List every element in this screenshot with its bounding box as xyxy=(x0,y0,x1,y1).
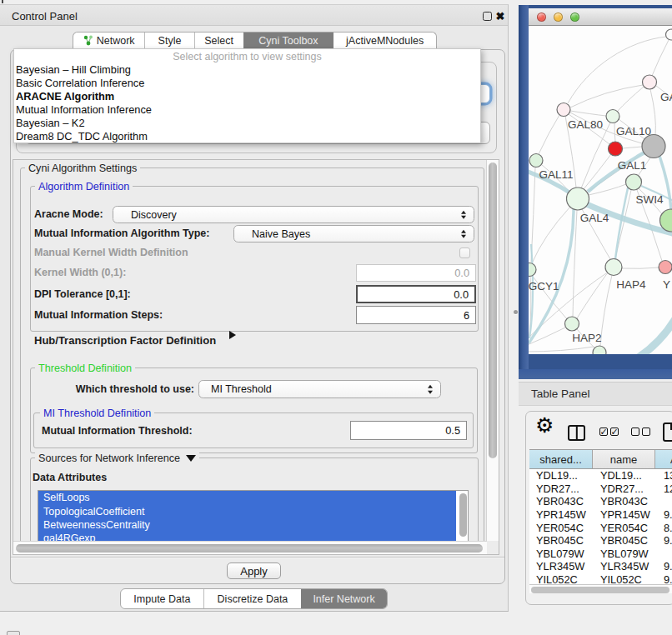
manual-kernel-checkbox[interactable] xyxy=(459,248,470,258)
minimize-traffic-light[interactable] xyxy=(554,12,563,22)
attribute-item-betweennesscentrality[interactable]: BetweennessCentrality xyxy=(38,518,456,532)
network-edge[interactable] xyxy=(539,115,559,154)
tab-discretize-data[interactable]: Discretize Data xyxy=(203,589,301,608)
table-scrollbar-thumb[interactable] xyxy=(531,587,669,593)
mi-type-combobox[interactable]: Naive Bayes xyxy=(233,225,474,242)
table-horizontal-scrollbar[interactable] xyxy=(529,584,672,593)
table-panel-titlebar[interactable]: Table Panel xyxy=(519,382,672,406)
attribute-item-topologicalcoefficient[interactable]: TopologicalCoefficient xyxy=(38,504,456,518)
dropdown-item-bayesian-hill-climbing[interactable]: Bayesian – Hill Climbing xyxy=(16,62,474,76)
tab-select[interactable]: Select xyxy=(194,32,243,49)
dropdown-item-mutual-information-inference[interactable]: Mutual Information Inference xyxy=(16,102,474,116)
network-edge[interactable] xyxy=(532,207,570,263)
network-node[interactable] xyxy=(565,317,579,331)
dropdown-item-dream8-dc-tdc-algorithm[interactable]: Dream8 DC_TDC Algorithm xyxy=(16,129,474,142)
file-icon[interactable] xyxy=(663,422,672,442)
mi-threshold-field[interactable]: 0.5 xyxy=(350,421,467,440)
network-window-titlebar[interactable] xyxy=(529,8,672,26)
columns-icon[interactable] xyxy=(568,425,585,441)
table-row[interactable]: YLR345WYLR345W9. xyxy=(529,560,672,573)
attribute-item-selfloops[interactable]: SelfLoops xyxy=(38,491,456,504)
column-header-name[interactable]: name xyxy=(592,450,654,468)
network-edge[interactable] xyxy=(600,275,612,346)
network-node[interactable] xyxy=(567,188,589,210)
table-row[interactable]: YBR043CYBR043C xyxy=(529,495,672,508)
algorithm-dropdown-popup: Select algorithm to view settingsBayesia… xyxy=(13,48,481,143)
which-threshold-combobox[interactable]: MI Threshold xyxy=(198,380,441,398)
table-row[interactable]: YDR27...YDR27...12 xyxy=(529,482,672,496)
table-row[interactable]: YPR145WYPR145W9. xyxy=(529,508,672,522)
attribute-item-gal4rgexp[interactable]: gal4RGexp xyxy=(38,532,456,541)
network-edge-highlighted[interactable] xyxy=(609,318,672,354)
unchecked-box-icon xyxy=(631,428,639,436)
aracne-mode-combobox[interactable]: Discovery xyxy=(113,206,474,223)
checked-boxes-icon[interactable]: ✓ ✓ xyxy=(599,428,619,436)
network-node[interactable] xyxy=(529,154,543,168)
kernel-width-field[interactable]: 0.0 xyxy=(356,264,476,282)
unchecked-boxes-icon[interactable] xyxy=(631,428,650,436)
network-edge[interactable] xyxy=(652,40,669,76)
network-edge[interactable] xyxy=(618,87,644,111)
table-row[interactable]: YER054CYER054C8. xyxy=(529,521,672,534)
split-divider-handle[interactable] xyxy=(514,310,518,314)
dpi-tolerance-field[interactable]: 0.0 xyxy=(356,285,476,303)
dropdown-item-aracne-algorithm[interactable]: ARACNE Algorithm xyxy=(16,89,474,102)
zoom-traffic-light[interactable] xyxy=(570,12,579,22)
network-node[interactable] xyxy=(643,75,657,89)
horizontal-scrollbar-thumb[interactable] xyxy=(16,544,483,552)
expand-arrow-icon[interactable] xyxy=(229,331,236,339)
table-rows: YDL19...YDL19...13YDR27...YDR27...12YBR0… xyxy=(529,469,672,584)
network-edge[interactable] xyxy=(622,147,642,148)
network-node[interactable] xyxy=(666,29,672,40)
list-vertical-scrollbar[interactable] xyxy=(459,493,467,537)
network-edge[interactable] xyxy=(570,85,643,108)
tab-jactivemnodules[interactable]: jActiveMNodules xyxy=(333,32,436,49)
table-row[interactable]: YBL079WYBL079W xyxy=(529,548,672,561)
network-node[interactable] xyxy=(605,259,622,276)
table-cell: YIL052C xyxy=(536,573,578,584)
network-edge[interactable] xyxy=(622,268,659,268)
network-canvas[interactable]: GAL80GAL10GAL1GAL11GAL4SWI4GCY1HAP4HAP2G… xyxy=(529,26,672,354)
vertical-scrollbar-thumb[interactable] xyxy=(489,162,497,458)
close-traffic-light[interactable] xyxy=(537,12,546,22)
dropdown-item-basic-correlation-inference[interactable]: Basic Correlation Inference xyxy=(16,76,474,89)
tab-label: Discretize Data xyxy=(218,593,288,605)
tab-style[interactable]: Style xyxy=(144,32,193,49)
control-panel-title: Control Panel xyxy=(12,5,78,27)
gear-icon[interactable]: ⚙ xyxy=(535,414,554,438)
tab-network[interactable]: Network xyxy=(73,32,144,49)
column-header-shared[interactable]: shared... xyxy=(529,450,592,468)
table-row[interactable]: YDL19...YDL19...13 xyxy=(529,469,672,482)
network-edge[interactable] xyxy=(614,122,615,142)
network-node[interactable] xyxy=(659,261,672,274)
apply-button[interactable]: Apply xyxy=(227,562,281,579)
settings-viewport: Cyni Algorithm Settings Algorithm Defini… xyxy=(13,160,487,541)
float-icon[interactable] xyxy=(483,12,492,21)
close-icon[interactable]: ✖ xyxy=(494,8,506,24)
network-edge[interactable] xyxy=(577,272,608,318)
tab-impute-data[interactable]: Impute Data xyxy=(121,589,203,608)
settings-vertical-scrollbar[interactable] xyxy=(486,160,499,541)
network-node[interactable] xyxy=(606,110,619,123)
network-node[interactable] xyxy=(529,263,536,277)
network-node[interactable] xyxy=(642,135,665,158)
data-attributes-list[interactable]: SelfLoopsTopologicalCoefficientBetweenne… xyxy=(38,490,469,541)
network-node[interactable] xyxy=(557,103,570,117)
table-row[interactable]: YIL052CYIL052C9. xyxy=(529,573,672,584)
node-label-gal10: GAL10 xyxy=(616,125,651,138)
mi-steps-field[interactable]: 6 xyxy=(356,306,476,324)
network-window-frame-bottom[interactable] xyxy=(519,369,672,379)
network-node[interactable] xyxy=(626,174,642,190)
tab-cyni-toolbox[interactable]: Cyni Toolbox xyxy=(243,32,334,49)
network-node[interactable] xyxy=(609,142,623,156)
tab-infer-network[interactable]: Infer Network xyxy=(301,589,387,608)
dropdown-item-bayesian-k2[interactable]: Bayesian – K2 xyxy=(16,116,474,129)
column-header-A[interactable]: A xyxy=(654,450,672,468)
node-label-gal1: GAL1 xyxy=(618,159,647,172)
table-row[interactable]: YBR045CYBR045C9. xyxy=(529,534,672,548)
control-panel-titlebar[interactable]: Control Panel ✖ xyxy=(0,5,508,26)
settings-horizontal-scrollbar[interactable] xyxy=(13,541,487,554)
collapse-arrow-icon[interactable] xyxy=(186,455,196,462)
network-edge[interactable] xyxy=(529,347,594,352)
network-node[interactable] xyxy=(593,346,606,354)
